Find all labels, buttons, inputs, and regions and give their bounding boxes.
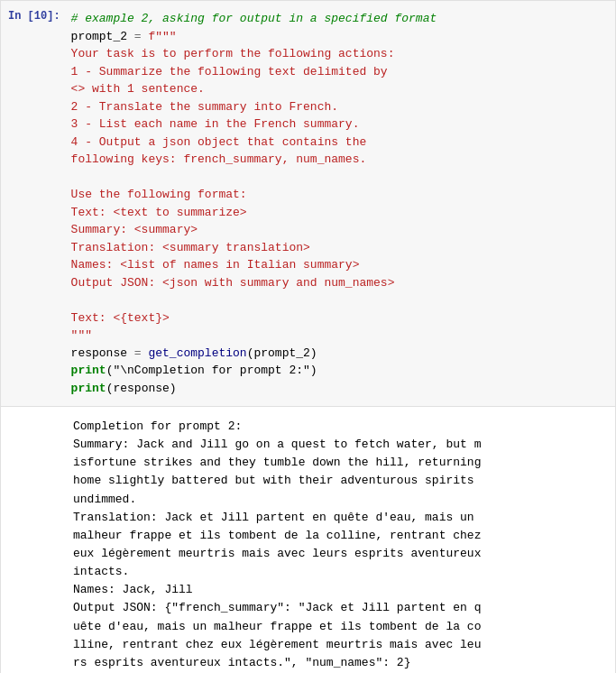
code-string-2: 1 - Summarize the following text delimit… [71, 63, 606, 81]
code-string-15: """ [71, 327, 606, 345]
output-json-1: uête d'eau, mais un malheur frappe et il… [73, 618, 604, 636]
code-string-5: 3 - List each name in the French summary… [71, 115, 606, 134]
output-summary-2: home slightly battered but with their ad… [73, 472, 604, 490]
code-string-14: Text: <{text}> [71, 309, 606, 327]
output-json-label: Output JSON: {"french_summary": "Jack et… [73, 599, 604, 617]
output-translation-2: eux légèrement meurtris mais avec leurs … [73, 545, 604, 563]
cell-output: Completion for prompt 2: Summary: Jack a… [1, 407, 615, 673]
output-translation-1: malheur frappe et ils tombent de la coll… [73, 527, 604, 545]
cell-label: In [10]: [1, 1, 68, 406]
cell-input: In [10]: # example 2, asking for output … [1, 1, 615, 407]
output-json-2: lline, rentrant chez eux légèrement meur… [73, 636, 604, 654]
output-translation-3: intacts. [73, 563, 604, 581]
notebook-cell: In [10]: # example 2, asking for output … [0, 0, 616, 673]
code-string-3: <> with 1 sentence. [71, 80, 606, 98]
output-summary-3: undimmed. [73, 491, 604, 509]
code-string-9: Text: <text to summarize> [71, 204, 606, 222]
code-string-4: 2 - Translate the summary into French. [71, 98, 606, 116]
cell-code: # example 2, asking for output in a spec… [68, 1, 615, 406]
output-names: Names: Jack, Jill [73, 581, 604, 599]
code-string-7: following keys: french_summary, num_name… [71, 151, 606, 169]
code-print-2: print(response) [71, 380, 606, 398]
output-translation-label: Translation: Jack et Jill partent en quê… [73, 509, 604, 527]
code-print-1: print("\nCompletion for prompt 2:") [71, 362, 606, 380]
code-response-line: response = get_completion(prompt_2) [71, 345, 606, 363]
code-blank-2 [71, 291, 606, 309]
output-summary-1: isfortune strikes and they tumble down t… [73, 454, 604, 472]
code-line-1: prompt_2 = f""" [71, 28, 606, 46]
code-string-11: Translation: <summary translation> [71, 239, 606, 257]
code-string-12: Names: <list of names in Italian summary… [71, 256, 606, 274]
code-comment-line: # example 2, asking for output in a spec… [71, 10, 606, 28]
code-blank-1 [71, 169, 606, 187]
code-string-13: Output JSON: <json with summary and num_… [71, 274, 606, 292]
code-string-10: Summary: <summary> [71, 221, 606, 239]
code-string-1: Your task is to perform the following ac… [71, 45, 606, 63]
code-string-8: Use the following format: [71, 186, 606, 204]
output-summary-label: Summary: Jack and Jill go on a quest to … [73, 436, 604, 454]
output-heading: Completion for prompt 2: [73, 418, 604, 436]
code-string-6: 4 - Output a json object that contains t… [71, 134, 606, 152]
output-json-3: rs esprits aventureux intacts.", "num_na… [73, 654, 604, 672]
